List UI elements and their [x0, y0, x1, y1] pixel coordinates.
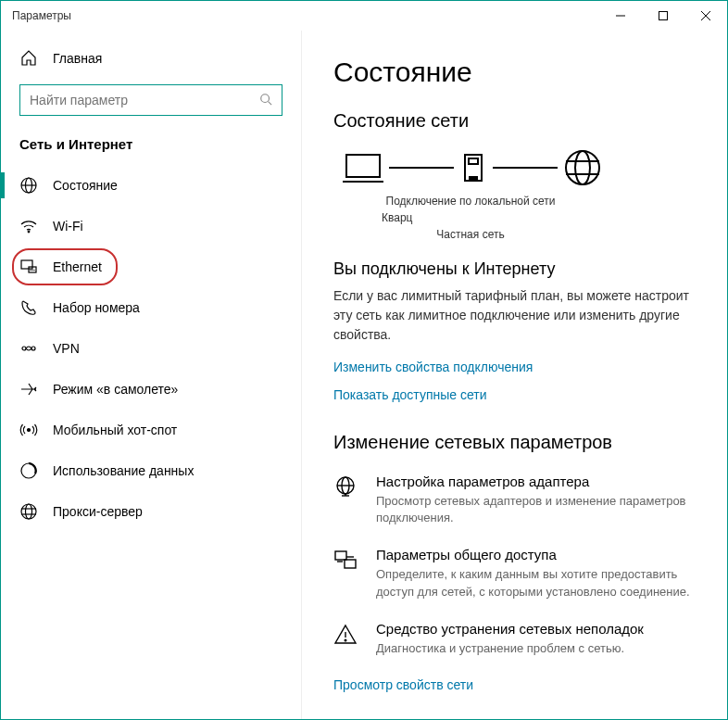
- search-input[interactable]: [30, 93, 259, 107]
- main-content: Состояние Состояние сети Подключение по …: [302, 31, 727, 719]
- globe-icon: [19, 176, 38, 195]
- nav-label: VPN: [53, 341, 80, 356]
- svg-rect-27: [470, 177, 472, 180]
- svg-point-17: [28, 429, 31, 432]
- sidebar-section-title: Сеть и Интернет: [1, 133, 301, 165]
- nav-item-airplane[interactable]: Режим «в самолете»: [1, 369, 301, 410]
- window-title: Параметры: [12, 9, 71, 22]
- vpn-icon: [19, 339, 38, 358]
- diagram-line: [493, 167, 558, 169]
- svg-point-19: [21, 504, 36, 519]
- sidebar: Главная Сеть и Интернет Состояние Wi: [1, 31, 302, 719]
- computer-icon: [343, 151, 383, 184]
- nav-item-hotspot[interactable]: Мобильный хот-спот: [1, 410, 301, 450]
- option-desc: Просмотр сетевых адаптеров и изменение п…: [376, 493, 696, 526]
- home-label: Главная: [53, 51, 102, 66]
- close-button[interactable]: [684, 1, 727, 31]
- svg-rect-28: [474, 177, 477, 180]
- adapter-icon: [333, 474, 359, 526]
- diagram-caption-line3: Частная сеть: [378, 226, 563, 243]
- airplane-icon: [19, 380, 38, 398]
- nav-label: Мобильный хот-спот: [53, 423, 177, 437]
- nav-label: Ethernet: [53, 259, 102, 274]
- data-usage-icon: [19, 461, 38, 480]
- nav-label: Набор номера: [53, 300, 140, 315]
- warning-icon: [333, 621, 359, 657]
- nav-item-wifi[interactable]: Wi-Fi: [1, 206, 301, 246]
- svg-point-20: [26, 504, 32, 519]
- svg-point-9: [28, 231, 30, 233]
- diagram-captions: Подключение по локальной сети Кварц Част…: [378, 193, 696, 243]
- sharing-icon: [333, 547, 359, 600]
- option-adapter-settings[interactable]: Настройка параметров адаптера Просмотр с…: [333, 474, 696, 526]
- svg-point-16: [31, 347, 35, 350]
- nav-item-datausage[interactable]: Использование данных: [1, 450, 301, 491]
- proxy-icon: [19, 502, 38, 521]
- settings-window: Параметры Главная Сет: [0, 0, 728, 720]
- svg-point-29: [566, 151, 599, 184]
- svg-rect-10: [21, 260, 32, 269]
- svg-rect-23: [346, 155, 380, 177]
- option-title: Параметры общего доступа: [376, 547, 696, 562]
- svg-point-43: [345, 639, 346, 641]
- wifi-icon: [19, 217, 38, 235]
- search-icon: [259, 93, 272, 108]
- phone-icon: [19, 298, 38, 317]
- nav-item-status[interactable]: Состояние: [1, 165, 301, 206]
- internet-globe-icon: [563, 148, 602, 187]
- svg-rect-38: [335, 551, 346, 560]
- change-network-params-title: Изменение сетевых параметров: [333, 432, 696, 453]
- nav-label: Режим «в самолете»: [53, 382, 178, 397]
- svg-point-15: [22, 347, 26, 350]
- nav-label: Использование данных: [53, 463, 194, 478]
- option-troubleshooter[interactable]: Средство устранения сетевых неполадок Ди…: [333, 621, 696, 657]
- search-box[interactable]: [19, 84, 282, 116]
- nav-label: Прокси-сервер: [53, 504, 143, 519]
- svg-point-4: [261, 94, 270, 102]
- ethernet-icon: [19, 258, 38, 276]
- svg-line-5: [269, 101, 272, 105]
- nav-item-ethernet[interactable]: Ethernet: [1, 246, 301, 287]
- diagram-caption-line1: Подключение по локальной сети: [378, 193, 563, 209]
- nav-label: Wi-Fi: [53, 219, 83, 234]
- svg-rect-39: [345, 560, 356, 568]
- router-icon: [459, 151, 487, 184]
- connected-body: Если у вас лимитный тарифный план, вы мо…: [333, 286, 696, 345]
- maximize-button[interactable]: [642, 1, 684, 31]
- option-sharing-settings[interactable]: Параметры общего доступа Определите, к к…: [333, 547, 696, 600]
- nav-item-vpn[interactable]: VPN: [1, 328, 301, 369]
- option-desc: Определите, к каким данным вы хотите пре…: [376, 566, 696, 600]
- link-view-network-props[interactable]: Просмотр свойств сети: [333, 677, 473, 692]
- link-show-available-networks[interactable]: Показать доступные сети: [333, 387, 487, 402]
- titlebar: Параметры: [1, 1, 727, 31]
- svg-rect-26: [469, 158, 478, 164]
- home-icon: [19, 49, 38, 68]
- hotspot-icon: [19, 421, 38, 439]
- diagram-line: [389, 167, 454, 169]
- link-change-connection-props[interactable]: Изменить свойства подключения: [333, 360, 533, 374]
- diagram-caption-line2: Кварц: [378, 209, 563, 226]
- nav-item-dialup[interactable]: Набор номера: [1, 287, 301, 328]
- network-state-title: Состояние сети: [333, 110, 696, 132]
- option-title: Средство устранения сетевых неполадок: [376, 621, 644, 637]
- option-title: Настройка параметров адаптера: [376, 474, 696, 489]
- nav-item-proxy[interactable]: Прокси-сервер: [1, 491, 301, 532]
- svg-point-30: [575, 151, 590, 184]
- page-title: Состояние: [333, 57, 696, 88]
- option-desc: Диагностика и устранение проблем с сетью…: [376, 640, 644, 657]
- nav-label: Состояние: [53, 178, 118, 193]
- home-link[interactable]: Главная: [1, 42, 301, 81]
- svg-rect-1: [659, 12, 668, 20]
- network-diagram: [343, 148, 696, 187]
- connected-heading: Вы подключены к Интернету: [333, 259, 696, 279]
- minimize-button[interactable]: [599, 1, 642, 31]
